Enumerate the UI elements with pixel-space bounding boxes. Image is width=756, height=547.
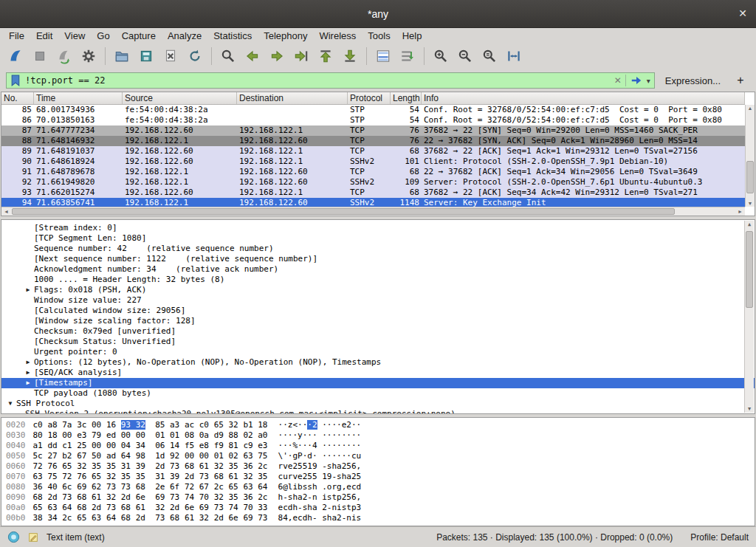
scroll-up-icon[interactable]: ▲ bbox=[745, 221, 754, 227]
menu-capture[interactable]: Capture bbox=[116, 30, 162, 42]
scroll-up-icon[interactable]: ▲ bbox=[746, 106, 755, 111]
colorize-packets-button[interactable] bbox=[372, 46, 394, 66]
detail-line[interactable]: TCP payload (1080 bytes) bbox=[1, 388, 755, 399]
find-packet-button[interactable] bbox=[217, 46, 239, 66]
detail-line[interactable]: [Stream index: 0] bbox=[1, 223, 755, 233]
menu-file[interactable]: File bbox=[3, 30, 30, 42]
menu-telephony[interactable]: Telephony bbox=[258, 30, 313, 42]
zoom-in-button[interactable] bbox=[430, 46, 452, 66]
go-to-packet-button[interactable] bbox=[290, 46, 312, 66]
collapsed-arrow-icon[interactable]: ▶ bbox=[22, 368, 34, 378]
file-open-button[interactable] bbox=[111, 46, 133, 66]
scroll-down-icon[interactable]: ▼ bbox=[746, 201, 755, 206]
hex-row[interactable]: 003080 18 00 e3 79 ed 00 00 01 01 08 0a … bbox=[6, 430, 755, 441]
zoom-out-button[interactable] bbox=[454, 46, 476, 66]
packet-row[interactable]: 9371.662015274192.168.122.60192.168.122.… bbox=[1, 188, 745, 198]
hex-row[interactable]: 0020c0 a8 7a 3c 00 16 93 32 85 a3 ac c0 … bbox=[6, 420, 755, 430]
scroll-right-icon[interactable]: ► bbox=[738, 208, 743, 216]
detail-line[interactable]: Acknowledgment number: 34 (relative ack … bbox=[1, 264, 755, 275]
packet-row[interactable]: 8670.013850163fe:54:00:d4:38:2aSTP54Conf… bbox=[1, 115, 745, 125]
expanded-arrow-icon[interactable]: ▼ bbox=[4, 399, 16, 409]
detail-line[interactable]: [Window size scaling factor: 128] bbox=[1, 316, 755, 326]
display-filter-input[interactable]: !tcp.port == 22 ✕ ▾ bbox=[6, 72, 655, 89]
collapsed-arrow-icon[interactable]: ▶ bbox=[22, 357, 34, 368]
menu-view[interactable]: View bbox=[58, 30, 91, 42]
detail-line[interactable]: Checksum: 0x79ed [unverified] bbox=[1, 326, 755, 337]
packet-row[interactable]: 8568.001734936fe:54:00:d4:38:2aSTP54Conf… bbox=[1, 105, 745, 115]
hex-row[interactable]: 008036 40 6c 69 62 73 73 68 2e 6f 72 67 … bbox=[6, 482, 755, 492]
column-header-source[interactable]: Source bbox=[123, 92, 237, 104]
column-header-info[interactable]: Info bbox=[422, 92, 745, 104]
capture-start-button[interactable] bbox=[4, 46, 27, 66]
file-save-button[interactable] bbox=[135, 46, 157, 66]
go-back-button[interactable] bbox=[241, 46, 264, 66]
hex-row[interactable]: 009068 2d 73 68 61 32 2d 6e 69 73 74 70 … bbox=[6, 492, 755, 503]
capture-restart-button[interactable] bbox=[53, 46, 75, 66]
menu-analyze[interactable]: Analyze bbox=[162, 30, 207, 42]
add-filter-button[interactable]: + bbox=[731, 73, 750, 88]
detail-line[interactable]: SSH Version 2 (encryption:chacha20-poly1… bbox=[1, 409, 755, 414]
hex-row[interactable]: 00a065 63 64 68 2d 73 68 61 32 2d 6e 69 … bbox=[6, 503, 755, 513]
hex-row[interactable]: 006072 76 65 32 35 35 31 39 2d 73 68 61 … bbox=[6, 461, 755, 472]
close-icon[interactable]: ✕ bbox=[738, 8, 747, 18]
resize-columns-button[interactable] bbox=[503, 46, 525, 66]
collapsed-arrow-icon[interactable]: ▶ bbox=[22, 285, 34, 295]
scrollbar-thumb[interactable] bbox=[746, 231, 753, 308]
detail-line[interactable]: [Next sequence number: 1122 (relative se… bbox=[1, 254, 755, 264]
packet-row[interactable]: 9271.661949820192.168.122.1192.168.122.6… bbox=[1, 177, 745, 188]
profile-label[interactable]: Profile: Default bbox=[690, 532, 749, 543]
detail-line[interactable]: ▶[Timestamps] bbox=[1, 378, 755, 388]
title-bar[interactable]: *any ✕ bbox=[0, 0, 756, 28]
column-header-length[interactable]: Length bbox=[391, 92, 422, 104]
zoom-reset-button[interactable] bbox=[478, 46, 501, 66]
expert-info-icon[interactable] bbox=[7, 531, 20, 543]
capture-comment-icon[interactable] bbox=[27, 531, 39, 543]
expression-button[interactable]: Expression... bbox=[661, 74, 725, 88]
go-first-button[interactable] bbox=[315, 46, 337, 66]
detail-line[interactable]: [Calculated window size: 29056] bbox=[1, 306, 755, 316]
hex-row[interactable]: 0040a1 dd c1 25 00 00 04 34 06 14 f5 e8 … bbox=[6, 441, 755, 451]
scroll-left-icon[interactable]: ◄ bbox=[4, 208, 9, 216]
detail-line[interactable]: Window size value: 227 bbox=[1, 295, 755, 306]
column-header-protocol[interactable]: Protocol bbox=[348, 92, 391, 104]
menu-statistics[interactable]: Statistics bbox=[207, 30, 258, 42]
go-last-button[interactable] bbox=[339, 46, 361, 66]
filter-bookmark-icon[interactable] bbox=[10, 75, 21, 87]
detail-line[interactable]: ▶Options: (12 bytes), No-Operation (NOP)… bbox=[1, 357, 755, 368]
filter-dropdown-caret-icon[interactable]: ▾ bbox=[647, 77, 650, 85]
packet-list-vertical-scrollbar[interactable]: ▲ ▼ bbox=[745, 105, 755, 207]
capture-stop-button[interactable] bbox=[29, 46, 51, 66]
packet-row[interactable]: 8971.648191037192.168.122.60192.168.122.… bbox=[1, 146, 745, 156]
packet-row[interactable]: 8871.648146932192.168.122.1192.168.122.6… bbox=[1, 136, 745, 146]
detail-line[interactable]: Sequence number: 42 (relative sequence n… bbox=[1, 244, 755, 254]
detail-line[interactable]: 1000 .... = Header Length: 32 bytes (8) bbox=[1, 275, 755, 285]
go-forward-button[interactable] bbox=[266, 46, 288, 66]
details-vertical-scrollbar[interactable]: ▲ ▼ bbox=[744, 221, 754, 413]
scrollbar-thumb[interactable] bbox=[12, 208, 675, 215]
collapsed-arrow-icon[interactable]: ▶ bbox=[22, 378, 34, 388]
detail-line[interactable]: [TCP Segment Len: 1080] bbox=[1, 233, 755, 244]
scrollbar-thumb[interactable] bbox=[746, 161, 754, 193]
capture-options-button[interactable] bbox=[78, 46, 100, 66]
menu-tools[interactable]: Tools bbox=[362, 30, 396, 42]
hex-row[interactable]: 007063 75 72 76 65 32 35 35 31 39 2d 73 … bbox=[6, 472, 755, 482]
menu-wireless[interactable]: Wireless bbox=[313, 30, 362, 42]
reload-button[interactable] bbox=[184, 46, 206, 66]
file-close-button[interactable] bbox=[159, 46, 182, 66]
filter-apply-icon[interactable] bbox=[630, 75, 643, 86]
hex-row[interactable]: 00b038 34 2c 65 63 64 68 2d 73 68 61 32 … bbox=[6, 513, 755, 523]
detail-line[interactable]: ▼SSH Protocol bbox=[1, 399, 755, 409]
menu-edit[interactable]: Edit bbox=[30, 30, 58, 42]
menu-help[interactable]: Help bbox=[396, 30, 428, 42]
detail-line[interactable]: ▶Flags: 0x018 (PSH, ACK) bbox=[1, 285, 755, 295]
column-header-destination[interactable]: Destination bbox=[237, 92, 348, 104]
detail-line[interactable]: ▶[SEQ/ACK analysis] bbox=[1, 368, 755, 378]
detail-line[interactable]: Urgent pointer: 0 bbox=[1, 347, 755, 357]
packet-row[interactable]: 8771.647777234192.168.122.60192.168.122.… bbox=[1, 125, 745, 136]
packet-row[interactable]: 9171.648789678192.168.122.1192.168.122.6… bbox=[1, 167, 745, 177]
packet-list-horizontal-scrollbar[interactable]: ◄ ► bbox=[1, 207, 745, 216]
scroll-down-icon[interactable]: ▼ bbox=[745, 406, 754, 412]
detail-line[interactable]: [Checksum Status: Unverified] bbox=[1, 337, 755, 347]
filter-value[interactable]: !tcp.port == 22 bbox=[25, 75, 611, 86]
packet-row[interactable]: 9471.663856741192.168.122.1192.168.122.6… bbox=[1, 198, 745, 207]
